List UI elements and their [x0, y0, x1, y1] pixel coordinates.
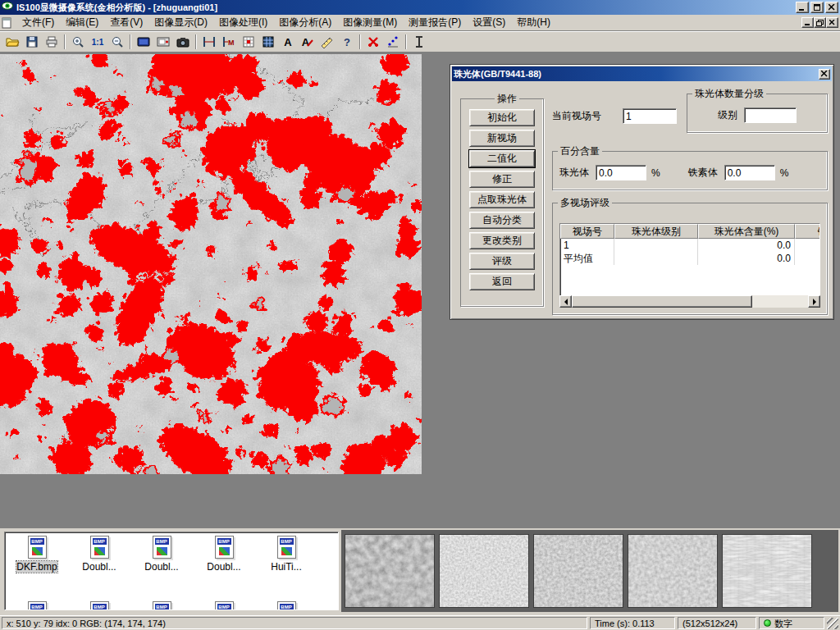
- file-item-partial[interactable]: BMP: [69, 601, 130, 610]
- print-icon[interactable]: [42, 33, 62, 51]
- ferrite-unit: %: [780, 167, 789, 179]
- multi-field-group-label: 多视场评级: [558, 196, 612, 210]
- clamp-icon[interactable]: [409, 33, 429, 51]
- caliper-measure-icon[interactable]: M: [219, 33, 239, 51]
- child-minimize-button[interactable]: [801, 17, 814, 28]
- menu-image-analysis[interactable]: 图像分析(A): [273, 14, 337, 31]
- metallograph-image[interactable]: [0, 54, 422, 474]
- file-name: Doubl...: [82, 561, 116, 573]
- file-item-partial[interactable]: BMP: [131, 601, 192, 610]
- caliper-icon[interactable]: [199, 33, 219, 51]
- col-field[interactable]: 视场号: [560, 224, 614, 239]
- minimize-button[interactable]: [796, 2, 809, 13]
- pearlite-unit: %: [651, 167, 660, 179]
- dialog-title-bar[interactable]: 珠光体(GB/T9441-88): [452, 66, 832, 81]
- open-icon[interactable]: [2, 33, 22, 51]
- level-input[interactable]: [744, 107, 797, 123]
- thumbnail-2[interactable]: [439, 534, 529, 608]
- resize-grip[interactable]: [827, 618, 838, 629]
- thumbnail-3[interactable]: [533, 534, 623, 608]
- ferrite-input[interactable]: [724, 165, 775, 180]
- zoom-out-icon[interactable]: [107, 33, 127, 51]
- table-select-icon[interactable]: [239, 33, 258, 51]
- new-field-button[interactable]: 新视场: [469, 130, 535, 147]
- return-button[interactable]: 返回: [469, 273, 535, 290]
- display-icon[interactable]: [134, 33, 153, 51]
- font-edit-icon[interactable]: A: [298, 33, 317, 51]
- scroll-right-button[interactable]: [808, 295, 820, 308]
- menu-image-processing[interactable]: 图像处理(I): [213, 14, 273, 31]
- table-horizontal-scrollbar[interactable]: [559, 295, 820, 308]
- file-name: Doubl...: [207, 561, 240, 573]
- scroll-left-button[interactable]: [559, 295, 572, 308]
- menu-help[interactable]: 帮助(H): [511, 14, 556, 31]
- file-item[interactable]: BMP Doubl...: [131, 536, 192, 573]
- menu-view[interactable]: 查看(V): [104, 14, 148, 31]
- svg-text:M: M: [228, 39, 235, 47]
- child-window-icon[interactable]: [2, 17, 15, 29]
- multi-field-group: 多视场评级 视场号 珠光体级别 珠光体含量(%) 铁素体含量(%) 1 0.0: [552, 196, 828, 315]
- col-pearlite-content[interactable]: 珠光体含量(%): [698, 224, 795, 239]
- multi-field-table[interactable]: 视场号 珠光体级别 珠光体含量(%) 铁素体含量(%) 1 0.0: [559, 223, 820, 299]
- help-icon[interactable]: ?: [337, 33, 357, 51]
- current-field-input[interactable]: [623, 108, 677, 124]
- file-item[interactable]: BMP Doubl...: [194, 536, 254, 573]
- auto-classify-button[interactable]: 自动分类: [469, 212, 535, 229]
- current-field-label: 当前视场号: [552, 109, 623, 123]
- app-eye-icon: [2, 0, 13, 15]
- pick-pearlite-button[interactable]: 点取珠光体: [469, 191, 535, 208]
- table-row[interactable]: 平均值 0.0: [560, 252, 820, 265]
- change-category-button[interactable]: 更改类别: [469, 232, 535, 249]
- capture-icon[interactable]: [153, 33, 173, 51]
- table-header: 视场号 珠光体级别 珠光体含量(%) 铁素体含量(%): [560, 224, 820, 239]
- file-item-partial[interactable]: BMP: [7, 601, 67, 610]
- ferrite-label: 铁素体: [688, 166, 718, 180]
- save-icon[interactable]: [22, 33, 42, 51]
- col-ferrite-content[interactable]: 铁素体含量(%): [795, 224, 820, 239]
- point-measure-icon[interactable]: [383, 33, 403, 51]
- table-row[interactable]: 1 0.0: [560, 239, 820, 252]
- binarize-button[interactable]: 二值化: [469, 150, 535, 167]
- ruler-icon[interactable]: [317, 33, 337, 51]
- cell-ferrite: [795, 239, 820, 252]
- menu-image-display[interactable]: 图像显示(D): [148, 14, 213, 31]
- dialog-close-button[interactable]: [819, 69, 830, 80]
- col-pearlite-grade[interactable]: 珠光体级别: [614, 224, 698, 239]
- pearlite-input[interactable]: [596, 165, 646, 180]
- file-item-partial[interactable]: BMP: [194, 601, 254, 610]
- file-item[interactable]: BMP HuiTi...: [256, 536, 317, 573]
- scroll-track[interactable]: [572, 295, 808, 308]
- menu-edit[interactable]: 编辑(E): [60, 14, 104, 31]
- child-restore-button[interactable]: [814, 17, 826, 28]
- camera-icon[interactable]: [173, 33, 193, 51]
- correct-button[interactable]: 修正: [469, 171, 535, 188]
- thumbnail-1[interactable]: [345, 534, 435, 608]
- pearlite-dialog: 珠光体(GB/T9441-88) 操作 初始化 新视场 二值化 修正 点取珠光体…: [450, 64, 834, 320]
- zoom-in-icon[interactable]: [68, 33, 88, 51]
- child-close-button[interactable]: [826, 17, 838, 28]
- delete-measure-icon[interactable]: [363, 33, 383, 51]
- file-item-partial[interactable]: BMP: [256, 601, 317, 610]
- close-button[interactable]: [825, 2, 838, 13]
- menu-image-measure[interactable]: 图像测量(M): [337, 14, 403, 31]
- file-item[interactable]: BMP Doubl...: [69, 536, 130, 573]
- thumbnail-4[interactable]: [628, 534, 718, 608]
- cell-pearlite: 0.0: [698, 252, 795, 265]
- menu-measure-report[interactable]: 测量报告(P): [403, 14, 467, 31]
- initialize-button[interactable]: 初始化: [469, 109, 535, 126]
- grid-icon[interactable]: [258, 33, 278, 51]
- font-icon[interactable]: A: [278, 33, 298, 51]
- menu-file[interactable]: 文件(F): [16, 14, 60, 31]
- actual-size-label: 1:1: [92, 38, 103, 47]
- bmp-file-icon: BMP: [277, 536, 296, 559]
- file-item[interactable]: BMP DKF.bmp: [7, 536, 67, 573]
- toolbar-separator: [130, 34, 131, 49]
- grading-group: 珠光体数量分级 级别: [687, 87, 828, 133]
- scroll-thumb[interactable]: [572, 295, 752, 308]
- maximize-button[interactable]: [810, 2, 824, 13]
- menu-settings[interactable]: 设置(S): [467, 14, 511, 31]
- thumbnail-5[interactable]: [722, 534, 812, 608]
- title-bar: IS100显微摄像系统(金相分析版) - [zhuguangti01]: [0, 0, 840, 15]
- actual-size-icon[interactable]: 1:1: [88, 33, 107, 51]
- rate-button[interactable]: 评级: [469, 253, 535, 270]
